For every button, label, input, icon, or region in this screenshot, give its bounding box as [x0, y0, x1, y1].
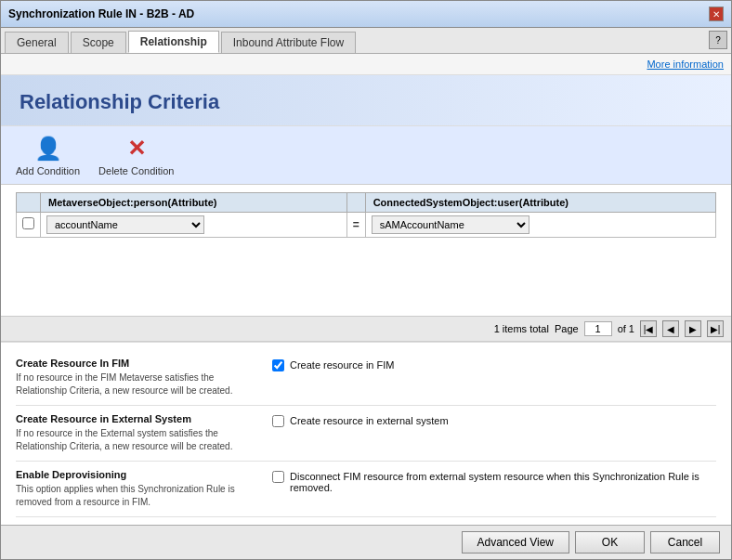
- advanced-view-button[interactable]: Advanced View: [462, 531, 570, 553]
- first-page-btn[interactable]: |◀: [640, 320, 657, 337]
- prev-page-btn[interactable]: ◀: [662, 320, 679, 337]
- pagination-bar: 1 items total Page of 1 |◀ ◀ ▶ ▶|: [1, 316, 731, 342]
- header-section: Relationship Criteria: [1, 75, 731, 126]
- close-button[interactable]: ✕: [709, 7, 724, 21]
- title-bar: Synchronization Rule IN - B2B - AD ✕: [1, 1, 731, 28]
- create-fim-label: Create resource in FIM: [290, 359, 394, 371]
- add-condition-label: Add Condition: [16, 165, 80, 176]
- tab-general[interactable]: General: [5, 32, 69, 53]
- more-info-bar: More information: [1, 54, 731, 75]
- col-cs-header: ConnectedSystemObject:user(Attribute): [365, 193, 715, 213]
- option-create-fim: Create Resource In FIM If no resource in…: [16, 350, 716, 406]
- option-ext-desc: If no resource in the External system sa…: [16, 427, 257, 453]
- option-deprovisioning: Enable Deprovisioning This option applie…: [16, 462, 716, 517]
- of-label: of 1: [618, 323, 634, 334]
- tab-relationship[interactable]: Relationship: [128, 31, 219, 53]
- option-fim-title: Create Resource In FIM: [16, 358, 257, 369]
- table-row: accountName displayName email objectSID …: [17, 213, 716, 238]
- page-title: Relationship Criteria: [20, 90, 712, 114]
- add-condition-button[interactable]: 👤 Add Condition: [16, 134, 80, 176]
- tabs-bar: General Scope Relationship Inbound Attri…: [1, 28, 731, 54]
- content-area: More information Relationship Criteria 👤…: [1, 54, 731, 525]
- mv-attr-select[interactable]: accountName displayName email objectSID: [46, 215, 204, 234]
- deprovisioning-checkbox[interactable]: [272, 471, 284, 483]
- add-condition-icon: 👤: [33, 134, 63, 163]
- items-total: 1 items total: [494, 323, 549, 334]
- option-create-external: Create Resource in External System If no…: [16, 406, 716, 462]
- help-icon-btn[interactable]: ?: [709, 31, 727, 49]
- option-fim-desc: If no resource in the FIM Metaverse sati…: [16, 371, 257, 397]
- main-window: Synchronization Rule IN - B2B - AD ✕ Gen…: [0, 0, 732, 560]
- option-deprov-desc: This option applies when this Synchroniz…: [16, 483, 257, 509]
- cancel-button[interactable]: Cancel: [650, 531, 720, 553]
- row-checkbox[interactable]: [22, 217, 34, 229]
- page-input[interactable]: [584, 321, 612, 336]
- criteria-table: MetaverseObject:person(Attribute) Connec…: [16, 192, 716, 238]
- create-external-checkbox[interactable]: [272, 415, 284, 427]
- option-deprov-title: Enable Deprovisioning: [16, 469, 257, 480]
- toolbar-section: 👤 Add Condition ✕ Delete Condition: [1, 126, 731, 185]
- next-page-btn[interactable]: ▶: [685, 320, 701, 337]
- criteria-table-section: MetaverseObject:person(Attribute) Connec…: [1, 185, 731, 316]
- options-section: Create Resource In FIM If no resource in…: [1, 342, 731, 525]
- option-ext-title: Create Resource in External System: [16, 413, 257, 424]
- page-label: Page: [555, 323, 579, 334]
- tab-scope[interactable]: Scope: [71, 32, 126, 53]
- equals-sign: =: [346, 213, 365, 238]
- create-fim-checkbox[interactable]: [272, 359, 284, 371]
- delete-condition-button[interactable]: ✕ Delete Condition: [98, 134, 174, 176]
- delete-condition-label: Delete Condition: [98, 165, 174, 176]
- col-mv-header: MetaverseObject:person(Attribute): [41, 193, 347, 213]
- cs-attr-select[interactable]: sAMAccountName displayName mail objectSI…: [372, 215, 529, 234]
- window-title: Synchronization Rule IN - B2B - AD: [8, 7, 194, 20]
- more-info-link[interactable]: More information: [647, 59, 724, 70]
- ok-button[interactable]: OK: [575, 531, 645, 553]
- deprovisioning-label: Disconnect FIM resource from external sy…: [290, 471, 716, 493]
- last-page-btn[interactable]: ▶|: [707, 320, 724, 337]
- create-external-label: Create resource in external system: [290, 415, 449, 426]
- footer-bar: Advanced View OK Cancel: [1, 525, 731, 559]
- tab-inbound[interactable]: Inbound Attribute Flow: [221, 32, 356, 53]
- delete-condition-icon: ✕: [122, 134, 151, 163]
